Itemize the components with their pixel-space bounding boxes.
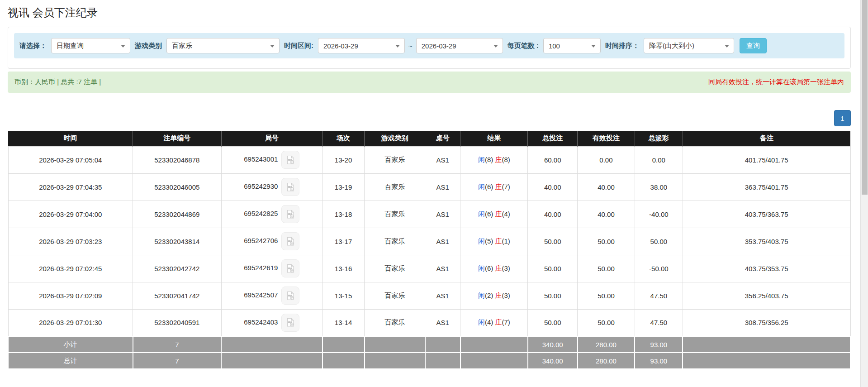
banker-result: 庄 [495, 318, 502, 326]
banker-result: 庄 [495, 183, 502, 191]
video-replay-button[interactable] [281, 178, 299, 196]
video-replay-icon [286, 210, 295, 219]
chevron-down-icon[interactable] [270, 45, 275, 48]
sort-order-value: 降幂(由大到小) [649, 42, 694, 50]
date-from-select[interactable]: 2026-03-29 [318, 38, 405, 53]
cell-game-type: 百家乐 [365, 255, 425, 282]
game-type-select[interactable]: 百家乐 [166, 38, 280, 53]
date-from-value: 2026-03-29 [323, 42, 358, 50]
table-row: 2026-03-29 07:05:04 523302046878 6952430… [8, 146, 850, 173]
round-id-value: 695242825 [244, 210, 278, 217]
header-valid-bet: 有效投注 [578, 131, 635, 146]
cell-session: 13-15 [323, 282, 365, 309]
chevron-down-icon[interactable] [121, 45, 125, 48]
cell-result: 闲(5) 庄(1) [460, 228, 528, 255]
pagination: 1 [8, 110, 851, 126]
cell-total-bet[interactable]: 50.00 [528, 282, 578, 309]
cell-result: 闲(4) 庄(7) [460, 309, 528, 336]
cell-time: 2026-03-29 07:04:35 [8, 173, 133, 201]
cell-note: 403.75/363.75 [683, 201, 850, 228]
banker-result: 庄 [495, 237, 502, 245]
video-replay-button[interactable] [281, 232, 299, 250]
total-payout: 93.00 [635, 353, 683, 369]
subtotal-row: 小计 7 340.00 280.00 93.00 [8, 336, 850, 353]
cell-total-bet[interactable]: 50.00 [528, 255, 578, 282]
video-replay-button[interactable] [281, 259, 299, 277]
chevron-down-icon[interactable] [395, 45, 400, 48]
query-type-value: 日期查询 [57, 42, 84, 50]
round-id-value: 695242930 [244, 182, 278, 190]
cell-result: 闲(2) 庄(3) [460, 282, 528, 309]
page-size-select[interactable]: 100 [543, 38, 601, 53]
cell-total-bet[interactable]: 60.00 [528, 146, 578, 173]
player-result: 闲 [478, 156, 485, 163]
page-title: 视讯 会员下注纪录 [8, 5, 851, 20]
cell-result: 闲(6) 庄(4) [460, 201, 528, 228]
video-replay-button[interactable] [281, 287, 299, 305]
cell-game-type: 百家乐 [365, 228, 425, 255]
cell-round-id: 695242930 [221, 173, 322, 201]
vertical-scrollbar[interactable] [860, 0, 868, 387]
total-label: 总计 [8, 353, 133, 369]
cell-valid-bet: 40.00 [578, 173, 635, 201]
cell-bet-id: 523302042742 [133, 255, 222, 282]
cell-round-id: 695242403 [221, 309, 322, 336]
player-result: 闲 [478, 264, 485, 272]
cell-note: 356.25/403.75 [683, 282, 850, 309]
cell-note: 308.75/356.25 [683, 309, 850, 336]
cell-session: 13-14 [323, 309, 365, 336]
date-to-select[interactable]: 2026-03-29 [416, 38, 503, 53]
select-type-label: 请选择： [19, 42, 47, 50]
cell-bet-id: 523302046005 [133, 173, 222, 201]
cell-round-id: 695242619 [221, 255, 322, 282]
cell-game-type: 百家乐 [365, 201, 425, 228]
subtotal-total-bet: 340.00 [528, 336, 578, 353]
banker-result: 庄 [495, 291, 502, 299]
chevron-down-icon[interactable] [493, 45, 498, 48]
cell-total-bet[interactable]: 40.00 [528, 173, 578, 201]
video-replay-icon [286, 155, 295, 165]
query-type-select[interactable]: 日期查询 [51, 38, 130, 53]
table-summary: 小计 7 340.00 280.00 93.00 总计 7 340.00 280… [8, 336, 850, 369]
video-replay-icon [286, 264, 295, 273]
cell-result: 闲(8) 庄(8) [460, 146, 528, 173]
search-button[interactable]: 查询 [740, 38, 767, 53]
cell-total-bet[interactable]: 50.00 [528, 228, 578, 255]
chevron-down-icon[interactable] [591, 45, 596, 48]
video-replay-button[interactable] [281, 205, 299, 223]
date-range-tilde: ~ [408, 42, 413, 50]
cell-round-id: 695242706 [221, 228, 322, 255]
cell-bet-id: 523302046878 [133, 146, 222, 173]
game-type-label: 游戏类别 [134, 42, 163, 50]
sort-order-label: 时间排序： [604, 42, 640, 50]
subtotal-valid-bet: 280.00 [578, 336, 635, 353]
cell-total-bet[interactable]: 40.00 [528, 201, 578, 228]
sort-order-select[interactable]: 降幂(由大到小) [644, 38, 734, 53]
cell-payout: -50.00 [635, 255, 683, 282]
video-replay-icon [286, 318, 295, 327]
header-total-bet: 总投注 [528, 131, 578, 146]
total-total-bet: 340.00 [528, 353, 578, 369]
video-replay-button[interactable] [281, 151, 299, 169]
header-time: 时间 [8, 131, 133, 146]
banker-result: 庄 [495, 264, 502, 272]
cell-time: 2026-03-29 07:02:45 [8, 255, 133, 282]
total-valid-bet: 280.00 [578, 353, 635, 369]
page-1-button[interactable]: 1 [834, 110, 851, 126]
cell-note: 363.75/401.75 [683, 173, 850, 201]
player-result: 闲 [478, 237, 485, 245]
chevron-down-icon[interactable] [725, 45, 729, 48]
cell-round-id: 695243001 [221, 146, 322, 173]
cell-total-bet[interactable]: 50.00 [528, 309, 578, 336]
round-id-value: 695243001 [244, 155, 278, 163]
cell-game-type: 百家乐 [365, 146, 425, 173]
header-table-no: 桌号 [425, 131, 460, 146]
cell-time: 2026-03-29 07:05:04 [8, 146, 133, 173]
video-replay-button[interactable] [281, 314, 299, 332]
round-id-value: 695242706 [244, 237, 278, 244]
cell-table-no: AS1 [425, 173, 460, 201]
cell-game-type: 百家乐 [365, 309, 425, 336]
scrollbar-thumb[interactable] [862, 0, 868, 195]
summary-bar: 币别：人民币 | 总共 :7 注单 | 同局有效投注，统一计算在该局第一张注单内 [8, 72, 851, 93]
cell-payout: 0.00 [635, 146, 683, 173]
